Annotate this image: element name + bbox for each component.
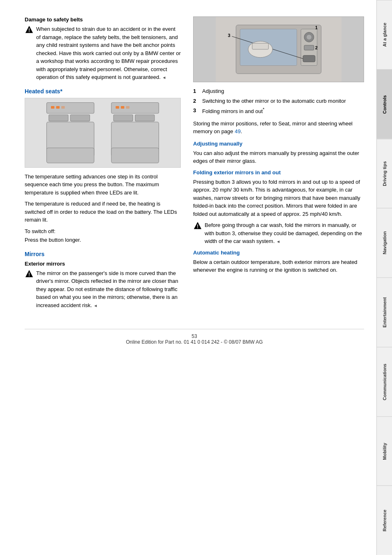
main-content: Damage to safety belts ! When subjected … [0,0,376,555]
svg-text:!: ! [28,271,30,277]
svg-rect-13 [56,106,60,108]
item-desc-2: Switching to the other mirror or to the … [202,97,346,105]
damage-warning-text: When subjected to strain due to an accid… [36,25,181,81]
exterior-warning-text: The mirror on the passenger's side is mo… [36,269,181,310]
svg-rect-4 [70,114,90,121]
automatic-heating-section: Automatic heating Below a certain outdoo… [193,250,364,274]
heated-seats-para2: The temperature is reduced and if need b… [25,200,181,224]
damage-section: Damage to safety belts ! When subjected … [25,16,181,81]
to-switch-off-instruction: Press the button longer. [25,236,181,244]
sidebar-tab-mobility[interactable]: Mobility [377,416,392,486]
folding-exterior-subtitle: Folding exterior mirrors in and out [193,169,364,176]
item-num-3: 3 [193,106,199,116]
left-column: Damage to safety belts ! When subjected … [25,16,181,312]
sidebar-tab-entertainment[interactable]: Entertainment [377,278,392,347]
folding-end-mark: ◄ [276,239,280,244]
item-desc-3: Folding mirrors in and out* [202,106,264,116]
automatic-heating-subtitle: Automatic heating [193,250,364,256]
heated-seats-section: Heated seats* [25,88,181,244]
mirror-diagram-svg: 1 2 3 [194,17,364,82]
folding-exterior-section: Folding exterior mirrors in and out Pres… [193,169,364,245]
item-num-1: 1 [193,87,199,95]
svg-rect-9 [135,114,154,121]
end-mark: ◄ [162,75,166,80]
warning-icon-folding: ! [193,221,202,230]
page-footer: 53 Online Edition for Part no. 01 41 0 0… [25,329,364,345]
folding-warning-block: ! Before going through a car wash, fold … [193,221,364,245]
mirror-numbered-list: 1 Adjusting 2 Switching to the other mir… [193,87,364,116]
right-column: 1 2 3 1 [193,16,364,312]
svg-rect-11 [111,148,159,163]
two-column-layout: Damage to safety belts ! When subjected … [25,16,364,312]
seats-image [25,98,181,168]
heated-seats-para1: The temperature setting advances one ste… [25,173,181,197]
heated-seats-title: Heated seats* [25,88,181,95]
right-sidebar: At a glance Controls Driving tips Naviga… [376,0,392,555]
seat-diagram [25,98,180,167]
svg-rect-16 [121,106,124,108]
page-number: 53 [191,333,197,339]
mirrors-title: Mirrors [25,251,181,257]
svg-rect-27 [304,45,314,50]
warning-icon: ! [25,25,34,34]
mirror-diagram-image: 1 2 3 [193,16,364,82]
exterior-end-mark: ◄ [93,303,97,308]
sidebar-tab-controls[interactable]: Controls [377,69,392,139]
adjusting-manually-section: Adjusting manually You can also adjust t… [193,141,364,165]
svg-rect-3 [49,114,68,121]
automatic-heating-text: Below a certain outdoor temperature, bot… [193,258,364,274]
svg-text:!: ! [197,224,198,229]
svg-text:2: 2 [315,45,318,50]
sidebar-tab-at-a-glance[interactable]: At a glance [377,0,392,69]
svg-text:3: 3 [228,33,231,38]
svg-rect-17 [126,106,129,108]
svg-point-25 [307,35,311,39]
damage-warning-block: ! When subjected to strain due to an acc… [25,25,181,81]
exterior-mirrors-subtitle: Exterior mirrors [25,261,181,267]
svg-text:1: 1 [315,25,318,30]
svg-rect-15 [116,106,119,108]
folding-warning-text: Before going through a car wash, fold th… [205,221,364,245]
item-desc-1: Adjusting [202,87,224,95]
svg-text:!: ! [28,28,30,33]
item-num-2: 2 [193,97,199,105]
mirrors-section: Mirrors Exterior mirrors ! The mirror on… [25,251,181,310]
svg-rect-29 [303,56,315,62]
adjusting-manually-subtitle: Adjusting manually [193,141,364,147]
list-item-3: 3 Folding mirrors in and out* [193,106,364,116]
list-item-2: 2 Switching to the other mirror or to th… [193,97,364,105]
page-link-49[interactable]: 49 [235,128,240,134]
sidebar-tab-navigation[interactable]: Navigation [377,208,392,278]
adjusting-manually-text: You can also adjust the mirrors manually… [193,149,364,165]
sidebar-tab-reference[interactable]: Reference [377,486,392,555]
svg-rect-12 [51,106,54,108]
sidebar-tab-communications[interactable]: Communications [377,347,392,416]
to-switch-off-label: To switch off: [25,227,181,236]
svg-rect-8 [113,114,133,121]
mirror-note: Storing the mirror positions, refer to S… [193,120,364,136]
list-item-1: 1 Adjusting [193,87,364,95]
warning-icon-exterior: ! [25,269,34,278]
svg-rect-6 [47,148,95,163]
svg-rect-14 [61,106,65,108]
exterior-warning-block: ! The mirror on the passenger's side is … [25,269,181,310]
sidebar-tab-driving-tips[interactable]: Driving tips [377,139,392,208]
folding-exterior-text1: Pressing button 3 allows you to fold mir… [193,178,364,218]
svg-rect-33 [252,43,269,49]
damage-title: Damage to safety belts [25,16,181,23]
footer-text: Online Edition for Part no. 01 41 0 014 … [126,339,263,345]
